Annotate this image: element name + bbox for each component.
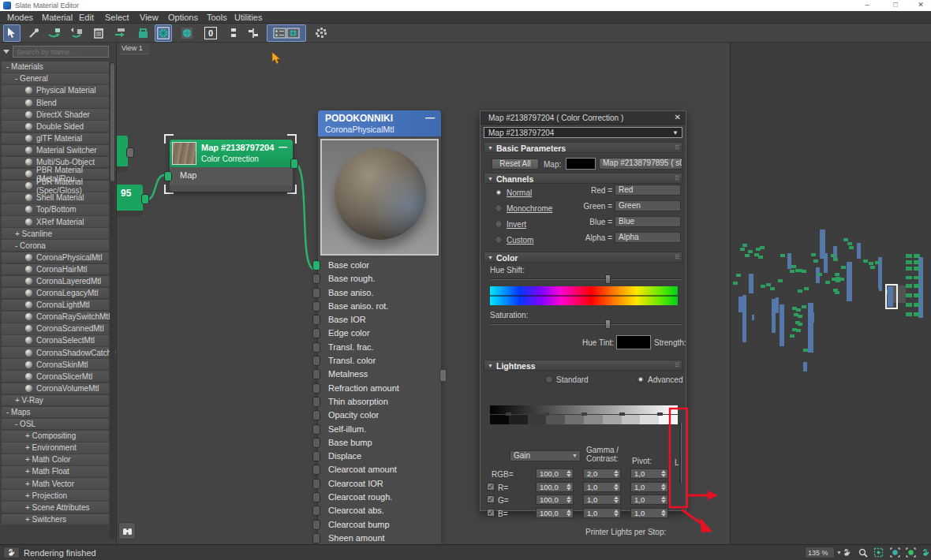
slot-socket[interactable] — [312, 506, 320, 516]
spinner-arrows-icon[interactable] — [566, 510, 571, 517]
hue-shift-slider[interactable] — [490, 278, 681, 280]
tree-section-compositing[interactable]: + Compositing — [2, 431, 109, 442]
tree-item-coronaselectmtl[interactable]: CoronaSelectMtl — [2, 335, 109, 346]
tree-section-math-vector[interactable]: + Math Vector — [2, 478, 109, 489]
delete-icon[interactable] — [90, 24, 107, 42]
map-selector-dropdown[interactable]: Map #2138797204 ▼ — [484, 127, 682, 138]
slot-socket[interactable] — [312, 465, 320, 475]
node-output-slot[interactable] — [290, 159, 298, 169]
radio-invert-label[interactable]: Invert — [507, 220, 526, 229]
tree-section-math-color[interactable]: + Math Color — [2, 454, 109, 465]
spinner-arrows-icon[interactable] — [614, 510, 619, 517]
radio-standard-label[interactable]: Standard — [556, 375, 589, 384]
slot-socket[interactable] — [312, 438, 320, 448]
slot-socket[interactable] — [312, 274, 320, 284]
navigator-panel[interactable] — [730, 43, 931, 544]
hue-shift-handle[interactable] — [605, 274, 611, 284]
view-tab[interactable]: View 1 — [120, 43, 149, 54]
map-input-slot[interactable] — [164, 171, 172, 181]
spinner-arrows-icon[interactable] — [661, 496, 666, 503]
menu-select[interactable]: Select — [105, 13, 129, 22]
align-children-icon[interactable] — [245, 24, 262, 42]
zoom-extents-selected-icon[interactable] — [903, 546, 918, 559]
tree-section-general[interactable]: - General — [2, 73, 109, 84]
tree-item-physical-material[interactable]: Physical Material — [2, 85, 109, 96]
pan-hand-icon[interactable] — [839, 546, 854, 559]
menu-options[interactable]: Options — [168, 13, 198, 22]
radio-invert[interactable] — [495, 220, 503, 228]
tree-section-osl[interactable]: - OSL — [2, 419, 109, 430]
slot-socket[interactable] — [312, 451, 320, 461]
tree-item-xref-material[interactable]: XRef Material — [2, 216, 109, 227]
tree-item-top-bottom[interactable]: Top/Bottom — [2, 204, 109, 215]
slot-socket[interactable] — [312, 410, 320, 420]
menu-tools[interactable]: Tools — [207, 13, 227, 22]
tree-item-coronaslicermtl[interactable]: CoronaSlicerMtl — [2, 371, 109, 382]
channel-checkbox[interactable]: ✓ — [487, 509, 495, 517]
slot-socket[interactable] — [312, 260, 320, 271]
green-mapping-combo[interactable]: Green — [615, 200, 681, 211]
value-spinner[interactable]: 1,0 — [630, 469, 668, 479]
collapse-node-icon[interactable]: — — [279, 142, 287, 151]
tree-item-gltf-material[interactable]: glTF Material — [2, 133, 109, 144]
zoom-region-icon[interactable] — [871, 546, 885, 559]
node-header[interactable]: PODOKONNIKI CoronaPhysicalMtl — — [318, 110, 441, 136]
spinner-arrows-icon[interactable] — [614, 483, 619, 491]
tree-item-coronalightmtl[interactable]: CoronaLightMtl — [2, 300, 109, 311]
rollout-color[interactable]: ▼ Color ⠿ — [484, 252, 682, 263]
radio-normal[interactable] — [495, 189, 503, 196]
spinner-arrows-icon[interactable] — [661, 470, 666, 477]
assign-material-to-selection-icon[interactable] — [46, 24, 63, 42]
show-maps-icon[interactable]: 0 — [202, 24, 219, 42]
rollout-basic-parameters[interactable]: ▼ Basic Parameters ⠿ — [484, 142, 682, 153]
channel-checkbox[interactable]: ✓ — [487, 483, 495, 491]
map-input-row[interactable]: Map — [170, 167, 293, 185]
alpha-mapping-combo[interactable]: Alpha — [615, 232, 681, 243]
lightness-column-groove[interactable] — [679, 423, 682, 483]
value-spinner[interactable]: 1,0 — [583, 482, 621, 492]
tree-section-v-ray[interactable]: + V-Ray — [2, 395, 109, 406]
collapse-node-icon[interactable]: — — [425, 112, 435, 123]
panel-title-bar[interactable]: Map #2138797204 ( Color Correction ) ✕ — [480, 111, 686, 125]
sidebar-scrollbar[interactable] — [110, 62, 115, 539]
tree-item-double-sided[interactable]: Double Sided — [2, 121, 109, 132]
slot-socket[interactable] — [312, 356, 320, 366]
tree-item-blend[interactable]: Blend — [2, 97, 109, 108]
tree-section-switchers[interactable]: + Switchers — [2, 514, 109, 525]
tree-item-coronascannedmtl[interactable]: CoronaScannedMtl — [2, 323, 109, 334]
node-header[interactable]: Map #2138797204 Color Correction — — [170, 140, 293, 167]
zoom-extents-icon[interactable] — [888, 546, 902, 559]
panel-close-icon[interactable]: ✕ — [675, 113, 681, 121]
spinner-arrows-icon[interactable] — [661, 483, 666, 491]
tree-section-projection[interactable]: + Projection — [2, 490, 109, 501]
tree-item-directx-shader[interactable]: DirectX Shader — [2, 109, 109, 120]
tree-item-coronalayeredmtl[interactable]: CoronaLayeredMtl — [2, 276, 109, 287]
color-correction-node[interactable]: Map #2138797204 Color Correction — Map — [170, 140, 293, 192]
minimize-button[interactable]: – — [860, 0, 874, 10]
value-spinner[interactable]: 100,0 — [536, 469, 574, 479]
show-shaded-material-in-viewport-icon[interactable] — [155, 24, 172, 42]
radio-normal-label[interactable]: Normal — [507, 189, 532, 197]
rollout-channels[interactable]: ▼ Channels ⠿ — [484, 173, 682, 184]
close-button[interactable]: ✕ — [914, 0, 928, 10]
menu-utilities[interactable]: Utilities — [234, 13, 262, 22]
slot-socket[interactable] — [312, 342, 320, 353]
slot-socket[interactable] — [312, 479, 320, 489]
value-spinner[interactable]: 1,0 — [630, 482, 668, 492]
rollout-lightness[interactable]: ▼ Lightness ⠿ — [484, 360, 682, 371]
map-color-swatch[interactable] — [566, 158, 596, 170]
channel-checkbox[interactable]: ✓ — [487, 495, 495, 503]
tree-item-pbr-material-spec-gloss-[interactable]: PBR Material (Spec/Gloss) — [2, 181, 109, 192]
value-spinner[interactable]: 100,0 — [536, 508, 574, 518]
slot-socket[interactable] — [312, 492, 320, 502]
saturation-handle[interactable] — [605, 319, 611, 329]
maximize-button[interactable]: □ — [888, 0, 903, 10]
output-slot[interactable] — [126, 147, 134, 158]
map-node-95[interactable]: 95 — [117, 185, 143, 216]
material-library-icon[interactable] — [134, 24, 151, 42]
slot-socket[interactable] — [312, 301, 320, 312]
value-spinner[interactable]: 1,0 — [583, 495, 621, 505]
reset-all-button[interactable]: Reset All — [492, 159, 539, 170]
tree-section-environment[interactable]: + Environment — [2, 442, 109, 454]
slot-socket[interactable] — [312, 397, 320, 407]
